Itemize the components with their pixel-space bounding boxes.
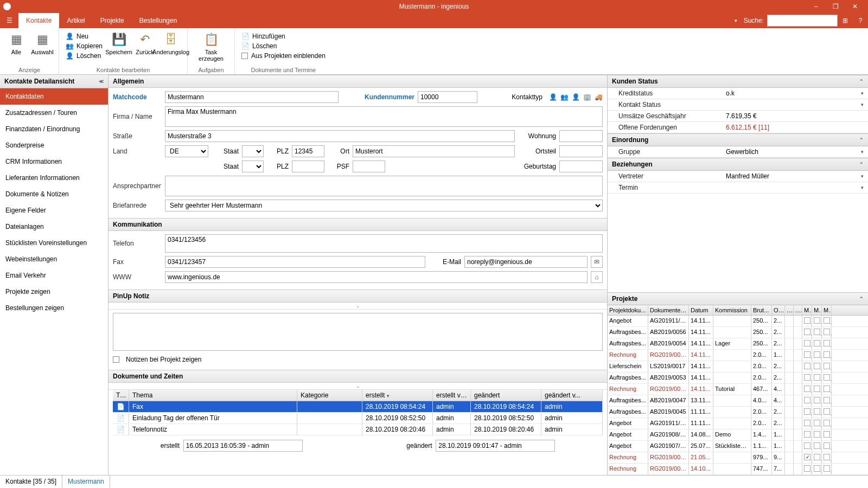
table-row[interactable]: AngebotAG201908/0...14.08...Demo1.4...1.…: [608, 429, 868, 441]
footer-tab-detail[interactable]: Mustermann: [62, 475, 110, 487]
ribbon-zurueck[interactable]: ↶Zurück: [133, 30, 157, 66]
matchcode-input[interactable]: [165, 91, 339, 103]
dropdown-icon[interactable]: ▾: [861, 174, 864, 179]
checkbox-icon[interactable]: [814, 329, 820, 335]
fax-input[interactable]: [165, 256, 425, 268]
staat2-select[interactable]: [242, 160, 264, 172]
checkbox-icon[interactable]: [804, 329, 810, 335]
checkbox-icon[interactable]: [804, 363, 810, 369]
table-row[interactable]: Auftragsbes...AB2019/005314.11...2.0...2…: [608, 373, 868, 384]
firma-input[interactable]: Firma Max Mustermann: [165, 106, 603, 127]
sidebar-item-10[interactable]: Webeinstellungen: [0, 251, 108, 267]
checkbox-icon[interactable]: [804, 397, 810, 403]
ribbon-auswahl[interactable]: ▦Auswahl: [30, 30, 54, 66]
checkbox-icon[interactable]: [824, 317, 830, 324]
table-row[interactable]: AngebotAG201911/0...11.11...2.0...2...: [608, 418, 868, 429]
dropdown-icon[interactable]: ▾: [861, 185, 864, 190]
email-button[interactable]: ✉: [591, 256, 603, 268]
search-chevron-icon[interactable]: ▾: [729, 13, 744, 28]
proj-col[interactable]: M3: [822, 305, 832, 315]
table-row[interactable]: AngebotAG201911/0...14.11...250...2...: [608, 316, 868, 327]
ribbon-kopieren[interactable]: 👥Kopieren: [63, 42, 105, 50]
proj-col[interactable]: ...: [794, 305, 802, 315]
checkbox-icon[interactable]: [814, 431, 820, 438]
kredit-value[interactable]: o.k: [726, 89, 735, 97]
rp-bez-hdr[interactable]: Beziehungen⌃: [608, 158, 868, 171]
table-row[interactable]: 📄 Einladung Tag der offenen Tür 28.10.20…: [113, 413, 603, 424]
checkbox-icon[interactable]: [824, 420, 830, 426]
gruppe-value[interactable]: Gewerblich: [726, 148, 758, 156]
collapse-icon[interactable]: ≪: [99, 79, 104, 84]
land-select[interactable]: DE: [165, 145, 208, 157]
checkbox-icon[interactable]: [824, 454, 830, 460]
ribbon-task[interactable]: 📋Task erzeugen: [192, 30, 230, 66]
checkbox-icon[interactable]: [804, 465, 810, 472]
col-gv[interactable]: geändert v...: [541, 390, 603, 401]
sidebar-item-9[interactable]: Stücklisten Voreinstellungen: [0, 235, 108, 251]
checkbox-icon[interactable]: [814, 454, 820, 460]
dropdown-icon[interactable]: ▾: [861, 102, 864, 107]
truck-icon[interactable]: 🚚: [595, 93, 603, 101]
kundennr-input[interactable]: [418, 91, 477, 103]
help-icon[interactable]: ?: [853, 13, 868, 28]
wohnung-input[interactable]: [559, 130, 603, 142]
person2-icon[interactable]: 👤: [572, 93, 580, 101]
building-icon[interactable]: 🏢: [583, 93, 591, 101]
sidebar-item-4[interactable]: CRM Informationen: [0, 153, 108, 170]
group-icon[interactable]: 👥: [560, 93, 569, 101]
checkbox-icon[interactable]: [804, 431, 810, 438]
table-row[interactable]: Auftragsbes...AB2019/004511.11...2.0...2…: [608, 407, 868, 418]
strasse-input[interactable]: [165, 130, 515, 142]
checkbox-icon[interactable]: [824, 397, 830, 403]
ort-input[interactable]: [353, 145, 515, 157]
dropdown-icon[interactable]: ▾: [861, 149, 864, 155]
checkbox-icon[interactable]: [824, 408, 830, 415]
proj-col[interactable]: Projektdoku...: [608, 305, 648, 315]
sidebar-item-7[interactable]: Eigene Felder: [0, 202, 108, 219]
plz2-input[interactable]: [292, 160, 324, 172]
col-kat[interactable]: Kategorie: [297, 390, 362, 401]
maximize-button[interactable]: ❐: [826, 3, 845, 10]
table-row[interactable]: RechnungRG2019/001314.11...Tutorial467..…: [608, 384, 868, 395]
ribbon-speichern[interactable]: 💾Speichern: [107, 30, 131, 66]
proj-col[interactable]: Kommission: [713, 305, 751, 315]
email-input[interactable]: [464, 256, 588, 268]
ansprech-input[interactable]: [165, 176, 603, 196]
ribbon-doc-add[interactable]: 📄Hinzufügen: [239, 33, 328, 40]
doks-collapse[interactable]: ⌄: [108, 383, 607, 390]
col-erstellt[interactable]: erstellt ▾: [362, 390, 433, 401]
close-button[interactable]: ✕: [845, 3, 865, 10]
sidebar-item-5[interactable]: Lieferanten Informationen: [0, 170, 108, 186]
table-row[interactable]: AngebotAG201907/0...25.07...Stücklistent…: [608, 441, 868, 452]
table-row[interactable]: RechnungRG2019/001414.11...2.0...1...: [608, 350, 868, 361]
checkbox-icon[interactable]: [804, 351, 810, 358]
col-typ[interactable]: Typ: [113, 390, 129, 401]
tab-kontakte[interactable]: Kontakte: [18, 13, 59, 28]
checkbox-icon[interactable]: [804, 374, 810, 381]
checkbox-icon[interactable]: [814, 317, 820, 324]
checkbox-icon[interactable]: [804, 442, 810, 449]
checkbox-icon[interactable]: [814, 408, 820, 415]
minimize-button[interactable]: −: [806, 3, 826, 10]
checkbox-icon[interactable]: [824, 442, 830, 449]
proj-col[interactable]: Brut...: [751, 305, 772, 315]
checkbox-icon[interactable]: [804, 340, 810, 346]
barcode-icon[interactable]: ⊞: [838, 13, 853, 28]
sidebar-item-1[interactable]: Zusatzadressen / Touren: [0, 105, 108, 121]
tel-input[interactable]: 0341/123456: [165, 234, 603, 253]
checkbox-icon[interactable]: [814, 465, 820, 472]
table-row[interactable]: 📄 Telefonnotiz 28.10.2019 08:20:46admin …: [113, 424, 603, 435]
pinup-checkbox[interactable]: [113, 356, 119, 363]
proj-col[interactable]: M1: [802, 305, 812, 315]
table-row[interactable]: RechnungRG2019/001014.10...747...7...: [608, 464, 868, 475]
dropdown-icon[interactable]: ▾: [861, 91, 864, 96]
table-row[interactable]: RechnungRG2019/000421.05...979...9...: [608, 452, 868, 464]
projekte-header[interactable]: Projekte⌃: [608, 292, 868, 305]
app-menu-icon[interactable]: ☰: [0, 13, 18, 28]
checkbox-icon[interactable]: [824, 329, 830, 335]
footer-tab-list[interactable]: Kontakte [35 / 35]: [0, 476, 62, 488]
checkbox-icon[interactable]: [814, 442, 820, 449]
search-input[interactable]: [767, 15, 838, 27]
checkbox-icon[interactable]: [814, 374, 820, 381]
checkbox-icon[interactable]: [814, 420, 820, 426]
